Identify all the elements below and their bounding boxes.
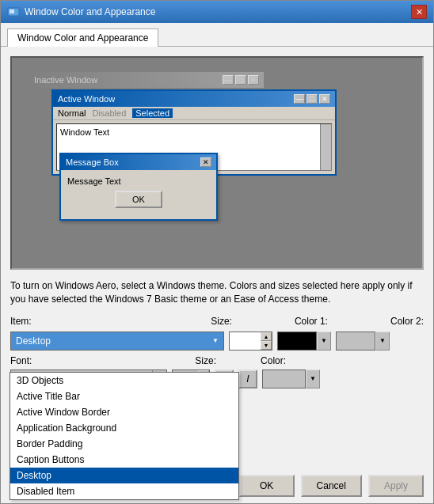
color2-box [336, 332, 375, 351]
preview-messagebox-body: Message Text OK [61, 170, 216, 219]
font-color-container[interactable]: ▼ [262, 369, 320, 388]
font-label: Font: [10, 355, 32, 366]
font-color-dropdown-button[interactable]: ▼ [306, 369, 320, 388]
preview-messagebox-titlebar: Message Box ✕ [61, 154, 216, 170]
font-color-label: Color: [261, 355, 286, 366]
preview-menubar: Normal Disabled Selected [53, 107, 335, 120]
dropdown-item-activetitlebar[interactable]: Active Title Bar [10, 388, 238, 404]
dropdown-item-borderpadding[interactable]: Border Padding [10, 436, 238, 452]
preview-messagebox-close: ✕ [200, 157, 211, 167]
preview-active-maximize: □ [306, 94, 318, 104]
cancel-button[interactable]: Cancel [301, 475, 362, 497]
color2-dropdown-button[interactable]: ▼ [375, 332, 390, 351]
dropdown-item-disableditem[interactable]: Disabled Item [10, 483, 238, 499]
size-spinner[interactable]: ▲ ▼ [229, 332, 272, 351]
dropdown-item-3dobjects[interactable]: 3D Objects [10, 373, 238, 388]
title-bar-title: Window Color and Appearance [25, 6, 155, 17]
dialog-window: Window Color and Appearance ✕ Window Col… [0, 0, 434, 504]
svg-rect-1 [10, 9, 14, 13]
dropdown-item-activewindowborder[interactable]: Active Window Border [10, 404, 238, 420]
dropdown-item-desktop[interactable]: Desktop [10, 468, 238, 483]
preview-messagebox: Message Box ✕ Message Text OK [59, 153, 218, 221]
size-up-button[interactable]: ▲ [261, 332, 272, 341]
size-down-button[interactable]: ▼ [261, 341, 272, 350]
preview-ok-button: OK [115, 191, 162, 208]
item-label: Item: [10, 316, 34, 327]
preview-inactive-buttons: — □ ✕ [223, 75, 259, 85]
dropdown-arrow-icon: ▼ [212, 337, 219, 344]
font-label-row: Font: Size: Color: [10, 355, 424, 366]
color1-container[interactable]: ▼ [277, 332, 331, 351]
description-text: To turn on Windows Aero, select a Window… [1, 276, 433, 313]
item-dropdown[interactable]: Desktop ▼ [10, 332, 224, 351]
italic-button[interactable]: I [238, 369, 257, 388]
dropdown-list[interactable]: 3D Objects Active Title Bar Active Windo… [10, 372, 239, 500]
preview-active-buttons: — □ ✕ [294, 94, 330, 104]
tab-bar: Window Color and Appearance [1, 23, 433, 47]
preview-active-close: ✕ [319, 94, 330, 104]
color1-box [277, 332, 317, 351]
item-row: Item: Size: Color 1: Color 2: [10, 316, 424, 327]
dropdown-item-appbackground[interactable]: Application Background [10, 420, 238, 436]
preview-inactive-minimize: — [223, 75, 234, 85]
preview-inactive-titlebar: Inactive Window — □ ✕ [29, 72, 264, 88]
preview-inactive-maximize: □ [235, 75, 246, 85]
preview-area: Inactive Window — □ ✕ Active Window [10, 56, 424, 270]
dialog-icon [7, 6, 20, 18]
apply-button[interactable]: Apply [368, 475, 424, 497]
preview-active-minimize: — [294, 94, 305, 104]
color1-label: Color 1: [295, 316, 328, 327]
preview-inactive-close: ✕ [248, 75, 259, 85]
preview-inactive-window: Inactive Window — □ ✕ [28, 70, 265, 89]
color2-container[interactable]: ▼ [336, 332, 390, 351]
item-dropdown-container[interactable]: Desktop ▼ [10, 332, 224, 351]
ok-button[interactable]: OK [239, 475, 295, 497]
title-bar-close-button[interactable]: ✕ [411, 5, 427, 19]
color2-label: Color 2: [390, 316, 424, 327]
preview-active-titlebar: Active Window — □ ✕ [53, 91, 335, 107]
size-spinner-buttons[interactable]: ▲ ▼ [261, 332, 272, 350]
title-bar-left: Window Color and Appearance [7, 6, 155, 18]
preview-scrollbar [320, 124, 331, 170]
color1-dropdown-button[interactable]: ▼ [317, 332, 331, 351]
size-label: Size: [211, 316, 232, 327]
font-size-label: Size: [195, 355, 216, 366]
font-color-box [262, 369, 306, 388]
title-bar: Window Color and Appearance ✕ [1, 1, 433, 23]
tab-window-color[interactable]: Window Color and Appearance [7, 28, 158, 47]
dropdown-item-captionbuttons[interactable]: Caption Buttons [10, 452, 238, 468]
